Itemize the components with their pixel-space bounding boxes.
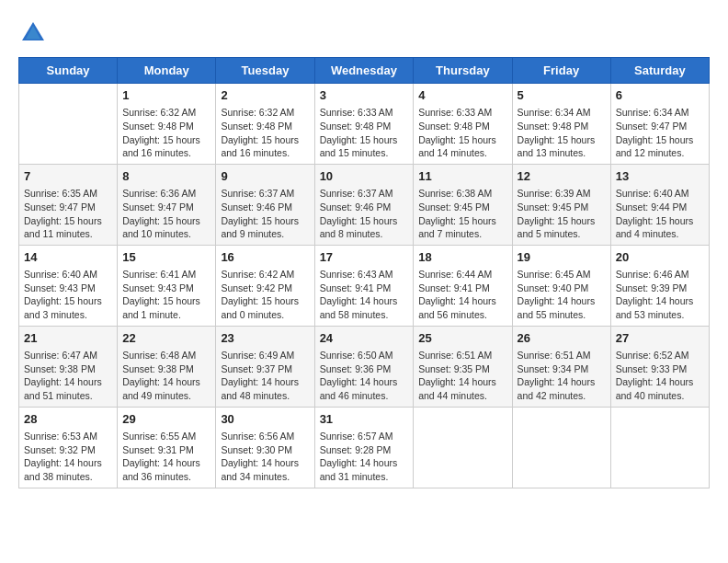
day-info: Sunrise: 6:36 AMSunset: 9:47 PMDaylight:…: [122, 187, 210, 241]
day-info: Sunrise: 6:38 AMSunset: 9:45 PMDaylight:…: [418, 187, 506, 241]
day-number: 17: [320, 249, 409, 266]
calendar-cell: [19, 84, 118, 165]
day-number: 14: [24, 249, 112, 266]
calendar-cell: 24Sunrise: 6:50 AMSunset: 9:36 PMDayligh…: [314, 326, 414, 407]
calendar-week-2: 7Sunrise: 6:35 AMSunset: 9:47 PMDaylight…: [19, 164, 710, 245]
day-info: Sunrise: 6:44 AMSunset: 9:41 PMDaylight:…: [418, 268, 506, 322]
calendar-cell: 23Sunrise: 6:49 AMSunset: 9:37 PMDayligh…: [216, 326, 314, 407]
calendar-cell: 12Sunrise: 6:39 AMSunset: 9:45 PMDayligh…: [512, 164, 610, 245]
day-number: 18: [418, 249, 506, 266]
calendar-cell: 9Sunrise: 6:37 AMSunset: 9:46 PMDaylight…: [216, 164, 314, 245]
weekday-header-tuesday: Tuesday: [216, 58, 314, 84]
calendar-cell: 8Sunrise: 6:36 AMSunset: 9:47 PMDaylight…: [118, 164, 216, 245]
day-number: 31: [320, 411, 409, 428]
day-info: Sunrise: 6:37 AMSunset: 9:46 PMDaylight:…: [221, 187, 309, 241]
day-number: 28: [24, 411, 112, 428]
day-info: Sunrise: 6:34 AMSunset: 9:48 PMDaylight:…: [518, 106, 606, 160]
day-number: 3: [320, 87, 409, 104]
day-number: 16: [221, 249, 309, 266]
day-number: 6: [616, 87, 704, 104]
calendar-cell: 16Sunrise: 6:42 AMSunset: 9:42 PMDayligh…: [216, 245, 314, 326]
day-info: Sunrise: 6:43 AMSunset: 9:41 PMDaylight:…: [320, 268, 409, 322]
day-info: Sunrise: 6:33 AMSunset: 9:48 PMDaylight:…: [418, 106, 506, 160]
calendar-cell: [414, 407, 512, 488]
calendar-cell: 22Sunrise: 6:48 AMSunset: 9:38 PMDayligh…: [118, 326, 216, 407]
day-number: 25: [418, 330, 506, 347]
calendar-cell: 11Sunrise: 6:38 AMSunset: 9:45 PMDayligh…: [414, 164, 512, 245]
day-number: 4: [418, 87, 506, 104]
day-number: 8: [122, 168, 210, 185]
day-number: 5: [518, 87, 606, 104]
calendar-cell: 18Sunrise: 6:44 AMSunset: 9:41 PMDayligh…: [414, 245, 512, 326]
day-number: 29: [122, 411, 210, 428]
day-info: Sunrise: 6:57 AMSunset: 9:28 PMDaylight:…: [320, 430, 409, 484]
calendar-cell: 10Sunrise: 6:37 AMSunset: 9:46 PMDayligh…: [314, 164, 414, 245]
day-info: Sunrise: 6:51 AMSunset: 9:34 PMDaylight:…: [518, 349, 606, 403]
day-info: Sunrise: 6:35 AMSunset: 9:47 PMDaylight:…: [24, 187, 112, 241]
day-number: 22: [122, 330, 210, 347]
day-info: Sunrise: 6:48 AMSunset: 9:38 PMDaylight:…: [122, 349, 210, 403]
calendar-week-1: 1Sunrise: 6:32 AMSunset: 9:48 PMDaylight…: [19, 84, 710, 165]
calendar-cell: 2Sunrise: 6:32 AMSunset: 9:48 PMDaylight…: [216, 84, 314, 165]
calendar-cell: 27Sunrise: 6:52 AMSunset: 9:33 PMDayligh…: [610, 326, 709, 407]
calendar-cell: 7Sunrise: 6:35 AMSunset: 9:47 PMDaylight…: [19, 164, 118, 245]
day-info: Sunrise: 6:33 AMSunset: 9:48 PMDaylight:…: [320, 106, 409, 160]
day-number: 2: [221, 87, 309, 104]
day-number: 30: [221, 411, 309, 428]
day-number: 7: [24, 168, 112, 185]
day-number: 23: [221, 330, 309, 347]
calendar-week-4: 21Sunrise: 6:47 AMSunset: 9:38 PMDayligh…: [19, 326, 710, 407]
weekday-header-thursday: Thursday: [414, 58, 512, 84]
day-info: Sunrise: 6:52 AMSunset: 9:33 PMDaylight:…: [616, 349, 704, 403]
weekday-header-row: SundayMondayTuesdayWednesdayThursdayFrid…: [19, 58, 710, 84]
day-number: 13: [616, 168, 704, 185]
calendar-cell: 13Sunrise: 6:40 AMSunset: 9:44 PMDayligh…: [610, 164, 709, 245]
day-info: Sunrise: 6:53 AMSunset: 9:32 PMDaylight:…: [24, 430, 112, 484]
calendar-cell: 31Sunrise: 6:57 AMSunset: 9:28 PMDayligh…: [314, 407, 414, 488]
day-info: Sunrise: 6:56 AMSunset: 9:30 PMDaylight:…: [221, 430, 309, 484]
calendar-cell: [610, 407, 709, 488]
day-number: 26: [518, 330, 606, 347]
day-info: Sunrise: 6:46 AMSunset: 9:39 PMDaylight:…: [616, 268, 704, 322]
day-info: Sunrise: 6:45 AMSunset: 9:40 PMDaylight:…: [518, 268, 606, 322]
day-number: 15: [122, 249, 210, 266]
calendar-cell: 1Sunrise: 6:32 AMSunset: 9:48 PMDaylight…: [118, 84, 216, 165]
day-info: Sunrise: 6:32 AMSunset: 9:48 PMDaylight:…: [122, 106, 210, 160]
day-number: 27: [616, 330, 704, 347]
calendar-cell: 19Sunrise: 6:45 AMSunset: 9:40 PMDayligh…: [512, 245, 610, 326]
calendar-cell: 14Sunrise: 6:40 AMSunset: 9:43 PMDayligh…: [19, 245, 118, 326]
day-number: 20: [616, 249, 704, 266]
calendar-cell: [512, 407, 610, 488]
calendar-week-3: 14Sunrise: 6:40 AMSunset: 9:43 PMDayligh…: [19, 245, 710, 326]
calendar-cell: 25Sunrise: 6:51 AMSunset: 9:35 PMDayligh…: [414, 326, 512, 407]
calendar-cell: 15Sunrise: 6:41 AMSunset: 9:43 PMDayligh…: [118, 245, 216, 326]
calendar-cell: 5Sunrise: 6:34 AMSunset: 9:48 PMDaylight…: [512, 84, 610, 165]
day-number: 1: [122, 87, 210, 104]
calendar-table: SundayMondayTuesdayWednesdayThursdayFrid…: [18, 57, 710, 488]
day-info: Sunrise: 6:47 AMSunset: 9:38 PMDaylight:…: [24, 349, 112, 403]
day-info: Sunrise: 6:40 AMSunset: 9:43 PMDaylight:…: [24, 268, 112, 322]
calendar-cell: 29Sunrise: 6:55 AMSunset: 9:31 PMDayligh…: [118, 407, 216, 488]
weekday-header-sunday: Sunday: [19, 58, 118, 84]
calendar-cell: 26Sunrise: 6:51 AMSunset: 9:34 PMDayligh…: [512, 326, 610, 407]
calendar-cell: 17Sunrise: 6:43 AMSunset: 9:41 PMDayligh…: [314, 245, 414, 326]
weekday-header-wednesday: Wednesday: [314, 58, 414, 84]
weekday-header-monday: Monday: [118, 58, 216, 84]
calendar-cell: 21Sunrise: 6:47 AMSunset: 9:38 PMDayligh…: [19, 326, 118, 407]
day-number: 21: [24, 330, 112, 347]
calendar-cell: 28Sunrise: 6:53 AMSunset: 9:32 PMDayligh…: [19, 407, 118, 488]
day-info: Sunrise: 6:39 AMSunset: 9:45 PMDaylight:…: [518, 187, 606, 241]
calendar-week-5: 28Sunrise: 6:53 AMSunset: 9:32 PMDayligh…: [19, 407, 710, 488]
page-header: [18, 18, 710, 48]
day-info: Sunrise: 6:32 AMSunset: 9:48 PMDaylight:…: [221, 106, 309, 160]
logo: [18, 18, 51, 48]
weekday-header-friday: Friday: [512, 58, 610, 84]
day-info: Sunrise: 6:50 AMSunset: 9:36 PMDaylight:…: [320, 349, 409, 403]
day-info: Sunrise: 6:55 AMSunset: 9:31 PMDaylight:…: [122, 430, 210, 484]
day-info: Sunrise: 6:42 AMSunset: 9:42 PMDaylight:…: [221, 268, 309, 322]
day-number: 24: [320, 330, 409, 347]
day-number: 10: [320, 168, 409, 185]
day-info: Sunrise: 6:41 AMSunset: 9:43 PMDaylight:…: [122, 268, 210, 322]
day-info: Sunrise: 6:40 AMSunset: 9:44 PMDaylight:…: [616, 187, 704, 241]
day-number: 11: [418, 168, 506, 185]
